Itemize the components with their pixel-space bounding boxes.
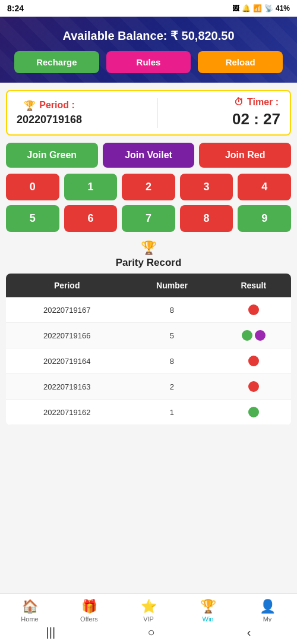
number-row-1: 0 1 2 3 4 bbox=[6, 174, 291, 200]
balance-display: Available Balance: ₹ 50,820.50 bbox=[10, 29, 287, 43]
bottom-nav: 🏠 Home 🎁 Offers ⭐ VIP 🏆 Win 👤 My bbox=[0, 593, 297, 626]
number-row-2: 5 6 7 8 9 bbox=[6, 205, 291, 232]
signal-icon: 📡 bbox=[264, 4, 273, 12]
parity-header: 🏆 Parity Record bbox=[6, 240, 291, 269]
rules-button[interactable]: Rules bbox=[106, 51, 191, 73]
cell-period: 20220719166 bbox=[6, 323, 128, 348]
nav-vip[interactable]: ⭐ VIP bbox=[119, 599, 178, 623]
my-icon: 👤 bbox=[260, 599, 276, 614]
clock-icon: ⏱ bbox=[234, 97, 244, 108]
parity-table: Period Number Result 2022071916782022071… bbox=[6, 274, 291, 425]
cell-period: 20220719162 bbox=[6, 400, 128, 425]
period-timer-divider bbox=[157, 98, 158, 128]
number-button-2[interactable]: 2 bbox=[122, 174, 175, 200]
col-period: Period bbox=[6, 274, 128, 297]
alarm-icon: 🔔 bbox=[242, 4, 251, 12]
sys-home-button[interactable]: ○ bbox=[147, 626, 154, 639]
result-dots bbox=[221, 330, 286, 341]
period-value: 20220719168 bbox=[17, 114, 82, 126]
vip-icon: ⭐ bbox=[141, 599, 157, 614]
table-row: 202207191632 bbox=[6, 374, 291, 400]
number-button-5[interactable]: 5 bbox=[6, 205, 59, 232]
wifi-icon: 📶 bbox=[253, 4, 262, 12]
cell-result bbox=[216, 400, 291, 425]
number-button-3[interactable]: 3 bbox=[180, 174, 233, 200]
cell-period: 20220719167 bbox=[6, 297, 128, 323]
header-banner: Available Balance: ₹ 50,820.50 Recharge … bbox=[0, 17, 297, 83]
cell-number: 8 bbox=[128, 297, 216, 323]
nav-offers[interactable]: 🎁 Offers bbox=[59, 599, 119, 623]
sys-back-button[interactable]: ‹ bbox=[247, 626, 251, 639]
green-dot bbox=[248, 407, 259, 417]
table-row: 202207191648 bbox=[6, 348, 291, 374]
cell-result bbox=[216, 348, 291, 374]
join-green-button[interactable]: Join Green bbox=[6, 143, 98, 168]
nav-my[interactable]: 👤 My bbox=[238, 599, 297, 623]
recharge-button[interactable]: Recharge bbox=[14, 51, 99, 73]
header-buttons: Recharge Rules Reload bbox=[10, 51, 287, 73]
table-row: 202207191678 bbox=[6, 297, 291, 323]
number-button-8[interactable]: 8 bbox=[180, 205, 233, 232]
cell-period: 20220719163 bbox=[6, 374, 128, 400]
period-section: 🏆 Period : 20220719168 bbox=[17, 100, 82, 126]
result-dots bbox=[221, 304, 286, 315]
parity-trophy-icon: 🏆 bbox=[6, 240, 291, 256]
home-icon: 🏠 bbox=[22, 599, 38, 614]
status-icons: 🖼 🔔 📶 📡 41% bbox=[232, 4, 290, 12]
timer-section: ⏱ Timer : 02 : 27 bbox=[232, 97, 280, 128]
red-dot bbox=[248, 381, 259, 392]
period-label: 🏆 Period : bbox=[24, 100, 75, 111]
number-button-1[interactable]: 1 bbox=[64, 174, 118, 200]
sys-menu-button[interactable]: ||| bbox=[46, 626, 56, 639]
battery-text: 41% bbox=[276, 4, 290, 12]
number-grid: 0 1 2 3 4 5 6 7 8 9 bbox=[6, 174, 291, 232]
timer-value: 02 : 27 bbox=[232, 110, 280, 128]
cell-result bbox=[216, 374, 291, 400]
result-dots bbox=[221, 356, 286, 366]
number-button-6[interactable]: 6 bbox=[64, 205, 118, 232]
timer-label: ⏱ Timer : bbox=[234, 97, 279, 108]
join-violet-button[interactable]: Join Voilet bbox=[103, 143, 195, 168]
cell-result bbox=[216, 323, 291, 348]
table-row: 202207191621 bbox=[6, 400, 291, 425]
reload-button[interactable]: Reload bbox=[198, 51, 283, 73]
cell-period: 20220719164 bbox=[6, 348, 128, 374]
col-result: Result bbox=[216, 274, 291, 297]
status-bar: 8:24 🖼 🔔 📶 📡 41% bbox=[0, 0, 297, 17]
red-dot bbox=[248, 304, 259, 315]
number-button-9[interactable]: 9 bbox=[238, 205, 291, 232]
cell-number: 2 bbox=[128, 374, 216, 400]
offers-icon: 🎁 bbox=[81, 599, 97, 614]
red-dot bbox=[248, 356, 259, 366]
join-buttons-row: Join Green Join Voilet Join Red bbox=[6, 143, 291, 168]
col-number: Number bbox=[128, 274, 216, 297]
result-dots bbox=[221, 381, 286, 392]
cell-number: 8 bbox=[128, 348, 216, 374]
nav-win[interactable]: 🏆 Win bbox=[178, 599, 238, 623]
nav-home[interactable]: 🏠 Home bbox=[0, 599, 59, 623]
gallery-icon: 🖼 bbox=[232, 4, 239, 12]
number-button-7[interactable]: 7 bbox=[122, 205, 175, 232]
trophy-icon: 🏆 bbox=[24, 100, 36, 111]
join-red-button[interactable]: Join Red bbox=[199, 143, 291, 168]
green-dot bbox=[242, 330, 252, 341]
cell-result bbox=[216, 297, 291, 323]
win-icon: 🏆 bbox=[200, 599, 216, 614]
parity-record-section: 🏆 Parity Record Period Number Result 202… bbox=[6, 240, 291, 425]
parity-title: Parity Record bbox=[6, 257, 291, 269]
system-nav: ||| ○ ‹ bbox=[0, 622, 297, 644]
number-button-0[interactable]: 0 bbox=[6, 174, 59, 200]
result-dots bbox=[221, 407, 286, 417]
table-row: 202207191665 bbox=[6, 323, 291, 348]
status-time: 8:24 bbox=[7, 4, 24, 13]
period-timer-section: 🏆 Period : 20220719168 ⏱ Timer : 02 : 27 bbox=[6, 90, 291, 136]
violet-dot bbox=[255, 330, 266, 341]
cell-number: 5 bbox=[128, 323, 216, 348]
cell-number: 1 bbox=[128, 400, 216, 425]
number-button-4[interactable]: 4 bbox=[238, 174, 291, 200]
